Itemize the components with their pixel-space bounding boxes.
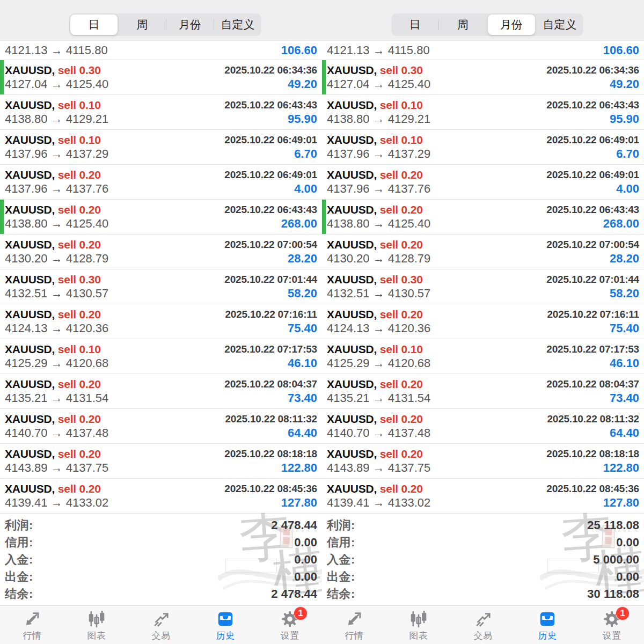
trade-row[interactable]: XAUUSD, sell 0.102025.10.22 06:49:014137… [322,130,644,165]
trade-row[interactable]: XAUUSD, sell 0.202025.10.22 07:00:544130… [322,235,644,269]
trade-datetime: 2025.10.22 07:01:44 [224,274,317,286]
segment-day[interactable]: 日 [70,14,118,35]
tab-label-quotes: 行情 [23,630,42,642]
trade-datetime: 2025.10.22 08:45:36 [546,483,639,495]
trade-row[interactable]: XAUUSD, sell 0.302025.10.22 06:34:364127… [322,60,644,95]
trade-row[interactable]: XAUUSD, sell 0.102025.10.22 06:43:434138… [322,95,644,130]
candlestick-chart-icon-wrap [87,610,107,628]
trade-row-line1: XAUUSD, sell 0.202025.10.22 07:16:11 [5,304,317,321]
quotes-arrows-icon [23,610,42,628]
segment-day[interactable]: 日 [391,13,438,36]
segment-month[interactable]: 月份 [166,13,214,36]
trade-row[interactable]: XAUUSD, sell 0.302025.10.22 07:01:444132… [0,269,322,304]
trade-profit: 268.00 [281,217,317,231]
trade-symbol: XAUUSD, sell 0.20 [5,448,101,460]
trade-row[interactable]: XAUUSD, sell 0.202025.10.22 07:16:114124… [322,304,644,339]
trade-profit: 127.80 [603,496,639,510]
trade-row[interactable]: XAUUSD, sell 0.102025.10.22 07:17:534125… [322,339,644,374]
summary-row-balance: 结余:2 478.44 [5,586,317,603]
trade-row-line1: XAUUSD, sell 0.202025.10.22 08:04:37 [5,374,317,391]
tab-trade[interactable]: 交易 [129,606,193,644]
trade-datetime: 2025.10.22 08:18:18 [546,448,639,460]
trade-prices: 4121.13 → 4115.80 [5,43,108,57]
bottom-tab-bar: 行情图表交易历史设置1 [322,605,644,644]
trade-prices: 4137.96 → 4137.76 [327,182,430,196]
tab-history[interactable]: 历史 [515,606,580,644]
trade-symbol-text: XAUUSD, [5,99,58,111]
trade-symbol-text: XAUUSD, [5,64,58,76]
segment-custom[interactable]: 自定义 [214,13,261,36]
trade-datetime: 2025.10.22 06:49:01 [224,134,317,146]
trade-row-partial[interactable]: 4121.13 → 4115.80106.60 [322,41,644,60]
trade-row[interactable]: XAUUSD, sell 0.202025.10.22 06:49:014137… [322,165,644,200]
trade-side: sell 0.20 [58,482,101,495]
trade-row[interactable]: XAUUSD, sell 0.202025.10.22 08:11:324140… [0,409,322,444]
trade-prices: 4130.20 → 4128.79 [5,252,108,266]
trade-symbol-text: XAUUSD, [5,238,58,251]
trade-symbol: XAUUSD, sell 0.10 [5,99,101,112]
trade-side: sell 0.30 [58,273,101,286]
trade-row[interactable]: XAUUSD, sell 0.202025.10.22 06:43:434138… [0,200,322,235]
trade-side: sell 0.20 [380,482,423,495]
trade-row-line1: XAUUSD, sell 0.202025.10.22 08:45:36 [327,479,639,495]
trade-symbol: XAUUSD, sell 0.20 [5,482,101,495]
trade-symbol: XAUUSD, sell 0.30 [5,273,101,286]
trade-row[interactable]: XAUUSD, sell 0.202025.10.22 07:00:544130… [0,235,322,269]
quotes-arrows-icon [345,610,364,628]
tab-charts[interactable]: 图表 [386,606,451,644]
trade-row[interactable]: XAUUSD, sell 0.102025.10.22 06:49:014137… [0,130,322,165]
period-header: 日周月份自定义 [0,0,322,41]
trade-profit: 46.10 [288,356,317,370]
trade-row[interactable]: XAUUSD, sell 0.302025.10.22 07:01:444132… [322,269,644,304]
tab-settings[interactable]: 设置1 [580,606,644,644]
tab-trade[interactable]: 交易 [451,606,515,644]
trade-row-line2: 4132.51 → 4130.5758.20 [5,286,317,301]
trade-prices: 4140.70 → 4137.48 [327,426,430,440]
tab-quotes[interactable]: 行情 [0,606,64,644]
trade-row[interactable]: XAUUSD, sell 0.202025.10.22 08:11:324140… [322,409,644,444]
trade-row-line1: XAUUSD, sell 0.202025.10.22 08:18:18 [327,444,639,460]
trade-prices: 4137.96 → 4137.76 [5,182,108,196]
trade-profit: 58.20 [288,287,317,301]
summary-label-credit: 信用: [327,535,355,551]
trade-row-partial[interactable]: 4121.13 → 4115.80106.60 [0,41,322,60]
trade-symbol-text: XAUUSD, [327,99,380,111]
tab-settings[interactable]: 设置1 [258,606,322,644]
trade-row-line1: XAUUSD, sell 0.202025.10.22 07:00:54 [5,235,317,251]
trade-row[interactable]: XAUUSD, sell 0.202025.10.22 07:16:114124… [0,304,322,339]
trade-row[interactable]: XAUUSD, sell 0.202025.10.22 08:04:374135… [322,374,644,409]
tab-quotes[interactable]: 行情 [322,606,386,644]
trade-row[interactable]: XAUUSD, sell 0.102025.10.22 06:43:434138… [0,95,322,130]
trade-symbol-text: XAUUSD, [327,448,380,460]
tab-charts[interactable]: 图表 [64,606,129,644]
trade-row[interactable]: XAUUSD, sell 0.202025.10.22 06:49:014137… [0,165,322,200]
trade-symbol: XAUUSD, sell 0.20 [5,413,101,426]
trade-row[interactable]: XAUUSD, sell 0.302025.10.22 06:34:364127… [0,60,322,95]
trade-row-line2: 4130.20 → 4128.7928.20 [327,251,639,266]
trade-row-line2: 4135.21 → 4131.5473.40 [327,391,639,405]
trade-row[interactable]: XAUUSD, sell 0.202025.10.22 08:18:184143… [0,444,322,479]
trade-prices: 4140.70 → 4137.48 [5,426,108,440]
trade-row-line2: 4137.96 → 4137.764.00 [5,181,317,196]
segment-week[interactable]: 周 [439,13,486,36]
tab-history[interactable]: 历史 [193,606,258,644]
trade-row-line1: XAUUSD, sell 0.202025.10.22 07:00:54 [327,235,639,251]
trade-row-line2: 4124.13 → 4120.3675.40 [327,321,639,335]
trade-row[interactable]: XAUUSD, sell 0.202025.10.22 08:45:364139… [0,479,322,514]
trade-row[interactable]: XAUUSD, sell 0.202025.10.22 08:04:374135… [0,374,322,409]
summary-label-deposit: 入金: [327,552,355,568]
trade-profit: 6.70 [616,147,639,161]
trade-prices: 4137.96 → 4137.29 [5,147,108,161]
trade-row[interactable]: XAUUSD, sell 0.102025.10.22 07:17:534125… [0,339,322,374]
trade-prices: 4132.51 → 4130.57 [5,287,108,301]
trade-symbol-text: XAUUSD, [5,413,58,425]
trade-row[interactable]: XAUUSD, sell 0.202025.10.22 08:18:184143… [322,444,644,479]
segment-month[interactable]: 月份 [488,14,535,35]
segment-custom[interactable]: 自定义 [536,13,583,36]
segment-week[interactable]: 周 [119,13,166,36]
trade-row[interactable]: XAUUSD, sell 0.202025.10.22 06:43:434138… [322,200,644,235]
trade-profit: 106.60 [281,43,317,57]
candlestick-chart-icon-wrap [409,610,429,628]
trade-row-line2: 4138.80 → 4129.2195.90 [327,112,639,126]
trade-row[interactable]: XAUUSD, sell 0.202025.10.22 08:45:364139… [322,479,644,514]
